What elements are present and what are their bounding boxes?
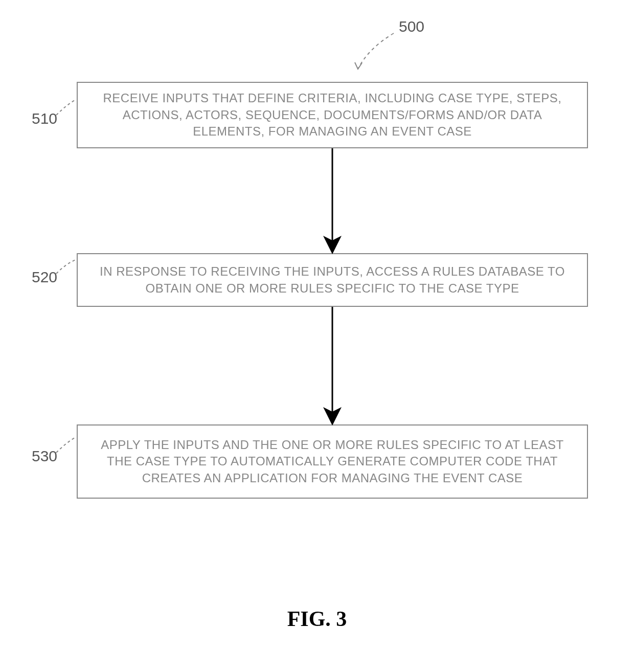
- ref-number-520: 520: [32, 268, 57, 286]
- ref-number-510: 510: [32, 110, 57, 127]
- step-text: RECEIVE INPUTS THAT DEFINE CRITERIA, INC…: [88, 90, 577, 140]
- flowchart-step-530: APPLY THE INPUTS AND THE ONE OR MORE RUL…: [77, 424, 588, 499]
- step-text: APPLY THE INPUTS AND THE ONE OR MORE RUL…: [88, 437, 577, 486]
- ref-number-530: 530: [32, 447, 57, 465]
- ref-number-500: 500: [399, 18, 424, 35]
- flowchart-step-510: RECEIVE INPUTS THAT DEFINE CRITERIA, INC…: [77, 82, 588, 148]
- flowchart-step-520: IN RESPONSE TO RECEIVING THE INPUTS, ACC…: [77, 253, 588, 307]
- step-text: IN RESPONSE TO RECEIVING THE INPUTS, ACC…: [88, 263, 577, 297]
- figure-title: FIG. 3: [287, 607, 347, 631]
